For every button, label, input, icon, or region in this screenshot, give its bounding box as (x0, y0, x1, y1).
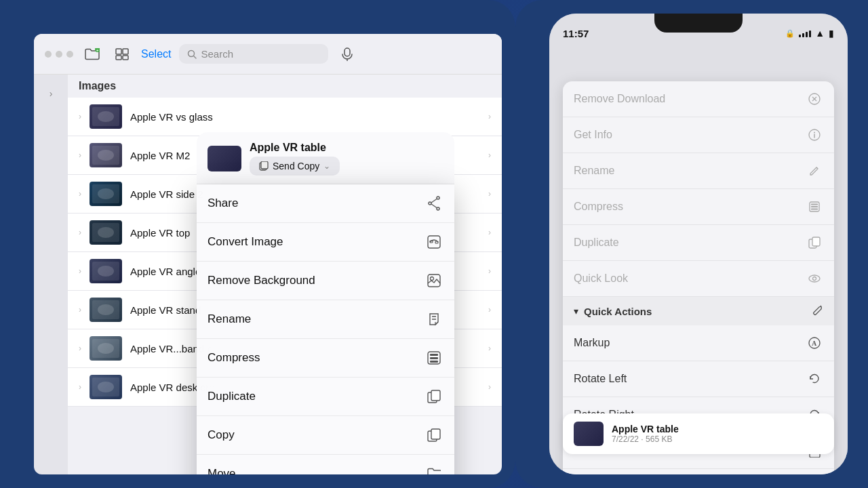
quick-action-item-convert-image[interactable]: Convert Image (563, 469, 834, 474)
dot-1 (45, 51, 52, 58)
search-bar[interactable]: Search (179, 44, 328, 64)
quick-actions-icon (811, 304, 823, 319)
svg-rect-49 (430, 354, 438, 356)
file-expand-chevron: › (79, 344, 81, 353)
file-thumbnail (90, 220, 122, 245)
svg-text:+: + (96, 48, 99, 52)
svg-line-40 (431, 204, 437, 208)
phone-menu-label: Quick Look (574, 272, 628, 285)
file-thumbnail (90, 182, 122, 206)
svg-rect-43 (435, 241, 438, 243)
svg-point-72 (809, 275, 820, 282)
phone-notch (654, 14, 743, 33)
file-chevron: › (488, 150, 491, 160)
dot-3 (66, 51, 73, 58)
section-header: Images (68, 75, 502, 98)
file-chevron: › (488, 382, 491, 392)
context-menu: Share Convert Image Remove Background Re… (197, 184, 454, 474)
phone-icon-duplicate (806, 234, 823, 251)
phone-menu-item-quick-look: Quick Look (563, 261, 834, 297)
quick-action-item-rotate-left[interactable]: Rotate Left (563, 361, 834, 397)
svg-text:A: A (812, 340, 817, 347)
menu-item-rename[interactable]: Rename (197, 300, 454, 339)
svg-line-7 (194, 56, 197, 58)
tablet-topbar: + Select Search (34, 34, 502, 75)
file-expand-chevron: › (79, 266, 81, 276)
send-copy-button[interactable]: Send Copy ⌄ (250, 157, 340, 176)
bar-1 (799, 35, 801, 37)
folder-icon[interactable]: + (81, 43, 103, 65)
file-chevron: › (488, 189, 491, 199)
menu-item-compress[interactable]: Compress (197, 339, 454, 378)
svg-point-24 (98, 266, 114, 277)
signal-bars (799, 29, 811, 37)
file-card-thumb (574, 422, 604, 446)
phone-menu-label: Rename (574, 165, 614, 177)
file-item[interactable]: › Apple VR vs glass › (68, 98, 502, 136)
phone-icon-compress (806, 198, 823, 216)
menu-icon-duplicate (425, 387, 443, 406)
menu-item-remove-background[interactable]: Remove Background (197, 262, 454, 300)
menu-item-duplicate[interactable]: Duplicate (197, 378, 454, 416)
svg-point-12 (98, 111, 114, 122)
svg-point-15 (98, 150, 114, 161)
sidebar-chevron[interactable]: › (50, 88, 53, 99)
phone-menu-item-rename: Rename (563, 153, 834, 189)
phone-icon-eye (806, 270, 823, 287)
menu-item-move[interactable]: Move (197, 455, 454, 474)
svg-point-27 (98, 304, 114, 315)
svg-rect-4 (116, 56, 121, 60)
search-placeholder: Search (201, 48, 233, 60)
phone-device: 11:57 🔒 ▲ ▮ Remove Download Get Info (515, 0, 868, 488)
phone-icon-info (806, 126, 823, 144)
menu-item-share[interactable]: Share (197, 184, 454, 223)
file-thumbnail (90, 259, 122, 283)
svg-point-45 (431, 277, 434, 281)
phone-menu-label: Get Info (574, 129, 612, 141)
grid-icon[interactable] (111, 43, 133, 65)
tablet-device: + Select Search (0, 0, 515, 488)
menu-item-copy[interactable]: Copy (197, 416, 454, 455)
microphone-icon[interactable] (336, 43, 358, 65)
quick-action-icon-markup: A (806, 334, 823, 352)
file-name: Apple VR vs glass (130, 111, 480, 123)
bar-2 (802, 33, 804, 37)
phone-icon-pencil (806, 162, 823, 180)
status-time: 11:57 (563, 28, 589, 39)
menu-label: Copy (208, 428, 235, 442)
quick-action-item-markup[interactable]: Markup A (563, 325, 834, 361)
menu-icon-convert (425, 232, 443, 251)
svg-point-65 (814, 132, 815, 134)
quick-actions-label: Quick Actions (584, 306, 652, 317)
wifi-icon: ▲ (815, 28, 825, 39)
svg-point-73 (813, 277, 816, 281)
phone-icon-remove-dl (806, 90, 823, 108)
menu-item-convert-image[interactable]: Convert Image (197, 223, 454, 262)
phone-menu-label: Remove Download (574, 93, 665, 105)
menu-icon-compress (425, 348, 443, 367)
svg-rect-71 (812, 237, 820, 246)
quick-actions-header[interactable]: ▾ Quick Actions (563, 297, 834, 325)
select-button[interactable]: Select (141, 48, 171, 60)
tablet-sidebar: › (34, 75, 68, 474)
dot-2 (56, 51, 62, 58)
phone-menu-item-compress: Compress (563, 189, 834, 225)
context-file-title: Apple VR table (250, 142, 340, 154)
svg-point-36 (437, 197, 439, 199)
svg-rect-2 (116, 49, 121, 54)
file-chevron: › (488, 266, 491, 276)
svg-rect-68 (811, 206, 818, 207)
send-copy-chevron: ⌄ (323, 161, 330, 171)
svg-rect-53 (431, 390, 440, 401)
svg-point-33 (98, 382, 114, 392)
file-thumbnail (90, 104, 122, 129)
phone-bezel: 11:57 🔒 ▲ ▮ Remove Download Get Info (549, 14, 848, 474)
phone-menu-label: Compress (574, 201, 623, 213)
file-thumbnail (90, 298, 122, 322)
file-chevron: › (488, 228, 491, 237)
menu-icon-rename (425, 310, 443, 329)
file-thumbnail (90, 375, 122, 399)
phone-menu-label: Duplicate (574, 237, 619, 249)
menu-label: Convert Image (208, 235, 283, 249)
svg-rect-35 (261, 161, 268, 169)
